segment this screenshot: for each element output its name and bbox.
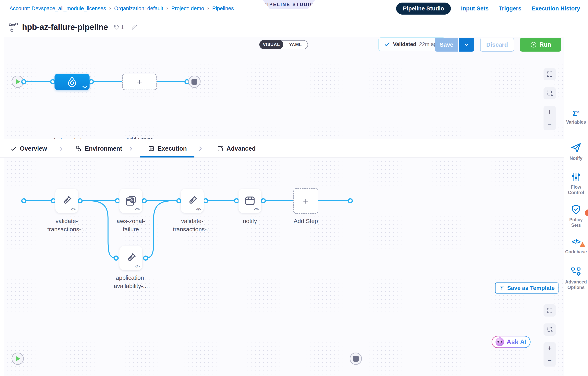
execution-end-node[interactable] [350, 353, 362, 365]
breadcrumb: Account: Devspace_all_module_licenses › … [10, 0, 234, 17]
connector-dot [261, 198, 266, 203]
yaml-code-badge[interactable]: </> [135, 207, 139, 211]
connector-dot [21, 79, 26, 84]
marquee-select-button[interactable] [544, 323, 556, 336]
upload-template-icon [499, 285, 505, 291]
yaml-code-badge[interactable]: </> [196, 207, 201, 211]
rail-label: Flow Control [564, 184, 588, 195]
chaos-experiment-icon [125, 194, 137, 207]
step-node-application-availability[interactable]: </> [119, 246, 142, 270]
sliders-icon [571, 172, 581, 182]
rail-label: Advanced Options [564, 279, 588, 290]
top-header: Account: Devspace_all_module_licenses › … [0, 0, 588, 17]
rail-item-codebase[interactable]: </> Codebase [564, 238, 588, 255]
stop-square-icon [353, 356, 359, 362]
rail-item-advanced-options[interactable]: Advanced Options [564, 266, 588, 290]
tab-execution[interactable]: Execution [148, 139, 187, 158]
stage-connector-line [24, 81, 187, 82]
breadcrumb-project[interactable]: Project: demo [171, 6, 204, 12]
breadcrumb-account[interactable]: Account: Devspace_all_module_licenses [10, 6, 106, 12]
zoom-in-button[interactable]: + [544, 342, 556, 354]
variables-sigma-icon: Σ× [572, 109, 580, 117]
step-node-notify[interactable]: </> [239, 189, 261, 213]
zoom-out-button[interactable]: − [544, 354, 556, 366]
canvas-left-gutter [0, 37, 4, 139]
step-node-aws-zonal-failure[interactable]: </> [119, 189, 142, 213]
tab-execution-history[interactable]: Execution History [532, 5, 580, 12]
rail-item-notify[interactable]: Notify [564, 142, 588, 161]
top-nav: Pipeline Studio Input Sets Triggers Exec… [396, 0, 580, 17]
rail-item-variables[interactable]: Σ× Variables [564, 109, 588, 125]
yaml-code-badge[interactable]: </> [135, 264, 139, 269]
execution-play-icon [148, 145, 155, 152]
check-icon [10, 145, 17, 152]
yaml-code-badge[interactable]: </> [254, 207, 259, 211]
chevron-right-icon [128, 139, 134, 158]
pipeline-toolbar: hpb-az-failure-pipeline 1 VISUAL YAML [0, 17, 588, 37]
yaml-code-badge[interactable]: </> [83, 85, 87, 89]
toggle-visual[interactable]: VISUAL [259, 40, 283, 49]
tag-icon [114, 24, 120, 30]
discard-button[interactable]: Discard [480, 38, 514, 52]
fullscreen-button[interactable] [544, 68, 556, 80]
rail-item-flow-control[interactable]: Flow Control [564, 172, 588, 195]
tab-overview-label: Overview [20, 145, 47, 152]
pipeline-gear-icon [570, 266, 582, 277]
title-group: hpb-az-failure-pipeline 1 [9, 17, 137, 37]
add-stage-button[interactable]: + [122, 74, 157, 90]
chaos-flame-icon [66, 76, 78, 88]
add-step-button[interactable]: + [293, 188, 318, 214]
save-as-template-label: Save as Template [507, 285, 555, 291]
breadcrumb-pipelines[interactable]: Pipelines [212, 6, 234, 12]
breadcrumb-organization[interactable]: Organization: default [114, 6, 163, 12]
active-tab-underline [140, 156, 194, 158]
advanced-gear-box-icon [217, 145, 223, 152]
validated-label: Validated [393, 41, 416, 47]
tab-execution-label: Execution [158, 145, 187, 152]
canvas-left-gutter [0, 158, 4, 376]
tab-input-sets[interactable]: Input Sets [461, 5, 489, 12]
execution-canvas[interactable]: </> validate-transactions-... </> aws-zo… [0, 158, 564, 376]
tags-group[interactable]: 1 [114, 24, 124, 31]
save-dropdown-button[interactable] [459, 38, 474, 52]
stage-end-node[interactable] [188, 75, 200, 88]
breadcrumb-separator-icon: › [207, 5, 209, 11]
fullscreen-button[interactable] [544, 304, 556, 317]
edit-pencil-icon[interactable] [131, 24, 137, 31]
chevron-right-icon [197, 139, 203, 158]
tab-pipeline-studio[interactable]: Pipeline Studio [396, 2, 451, 15]
tab-overview[interactable]: Overview [10, 139, 47, 158]
run-button[interactable]: Run [520, 38, 561, 52]
save-as-template-button[interactable]: Save as Template [495, 282, 558, 293]
start-play-icon [16, 79, 20, 84]
stage-node-hpb-az-failure[interactable]: </> [54, 74, 90, 90]
paper-plane-icon [570, 142, 582, 153]
tab-environment[interactable]: Environment [75, 139, 122, 158]
execution-start-node[interactable] [12, 353, 24, 365]
test-tube-icon [60, 194, 73, 207]
tab-advanced[interactable]: Advanced [217, 139, 256, 158]
zoom-out-button[interactable]: − [544, 118, 556, 130]
chevron-down-icon [463, 42, 470, 48]
warning-icon [579, 242, 586, 247]
zoom-pill: + − [544, 106, 556, 130]
chevron-right-icon [58, 139, 64, 158]
ask-ai-button[interactable]: Ask AI [492, 336, 531, 348]
yaml-code-badge[interactable]: </> [71, 207, 75, 211]
stage-canvas[interactable]: </> hpb-az-failure + Add Stage + − [0, 37, 564, 139]
marquee-select-button[interactable] [544, 87, 556, 99]
save-button[interactable]: Save [435, 38, 458, 52]
step-node-validate-transactions-1[interactable]: </> [55, 189, 78, 213]
tab-triggers[interactable]: Triggers [499, 5, 521, 12]
connector-dot [78, 198, 83, 203]
zoom-in-button[interactable]: + [544, 106, 556, 118]
rail-label: Codebase [565, 249, 587, 255]
step-node-validate-transactions-2[interactable]: </> [181, 189, 204, 213]
toggle-yaml[interactable]: YAML [283, 42, 308, 47]
test-tube-icon [186, 194, 199, 207]
rail-item-policy-sets[interactable]: Policy Sets [564, 204, 588, 228]
pipeline-graph-icon [9, 22, 18, 32]
ask-ai-label: Ask AI [506, 338, 526, 346]
connector-dot [21, 198, 26, 203]
pipeline-studio-banner: PIPELINE STUDIO [262, 0, 315, 9]
